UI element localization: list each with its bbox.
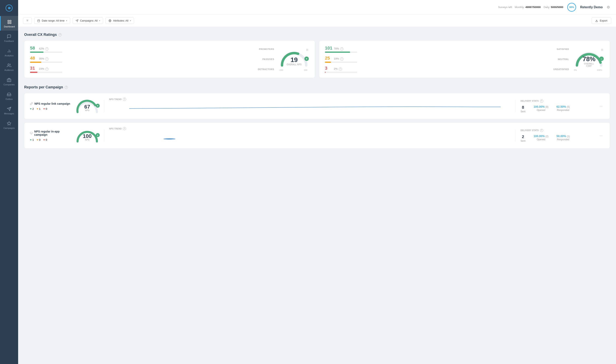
campaign-votes-2: ♥ 1 ♥ 0 ♥ 0 [30, 138, 70, 141]
campaigns-filter[interactable]: Campaigns: All ▾ [72, 17, 103, 24]
heart-orange-icon: ♥ [37, 107, 38, 110]
reports-help-icon[interactable]: ? [65, 86, 68, 89]
unsatisfied-help[interactable]: ? [339, 67, 342, 71]
opened-stat-1: 100.00% (8) Opened [534, 105, 549, 113]
campaign-gauge-2: ♥ 100 NPS [75, 127, 99, 144]
trend-help-1[interactable]: ? [123, 98, 126, 101]
unsatisfied-pct: 2% [334, 67, 338, 70]
sent-label-2: Sent [521, 140, 525, 142]
campaign-card-1: NPS regular link campaign ♥ 2 ♥ 1 ♥ 0 [24, 93, 610, 119]
campaign-votes-1: ♥ 2 ♥ 1 ♥ 0 [30, 107, 70, 110]
date-range-filter[interactable]: Date range: All time ▾ [34, 17, 70, 24]
csat-gauge-center: 78% OVERALL CSAT [582, 56, 597, 67]
trend-label-1: NPS TREND ? [109, 98, 511, 101]
heart-red-icon: ♥ [43, 107, 45, 110]
sent-stat-2: 2 Sent [521, 134, 525, 142]
passives-num: 48 [30, 56, 38, 61]
passives-label: PASSIVES [262, 58, 274, 60]
satisfied-help[interactable]: ? [340, 47, 343, 51]
cx-help-icon[interactable]: ? [58, 33, 62, 37]
delivery-help-2[interactable]: ? [540, 129, 543, 132]
delivery-stats-row-2: 2 Sent 100.00% (2) Opened 50.00% (1) [521, 134, 593, 142]
export-button[interactable]: Export [591, 17, 611, 24]
responded-pct-1: 62.50% (5) [557, 105, 570, 108]
link-icon [30, 102, 33, 105]
surveys-left: Surveys left: Monthly: 49997/50000 Daily… [498, 6, 563, 9]
delivery-stats-2: DELIVERY STATS ? 2 Sent 100.00% (2) Open… [521, 129, 593, 142]
responded-stat-1: 62.50% (5) Responded [557, 105, 570, 113]
csat-card: 101 78% ? SATISFIED 25 19% [319, 40, 610, 78]
user-name: Retently Demo [580, 5, 603, 9]
csat-stats: 101 78% ? SATISFIED 25 19% [325, 46, 569, 73]
mini-heart-icon-1: ♥ [96, 104, 100, 108]
unsatisfied-num: 3 [325, 66, 333, 71]
opened-stat-2: 100.00% (2) Opened [534, 134, 549, 142]
mini-heart-icon-2: ♥ [96, 133, 100, 137]
settings-button[interactable]: ⚙ [607, 5, 610, 10]
sent-num-1: 8 [521, 105, 525, 110]
csat-gauge-range: 0% 100% [574, 69, 602, 71]
vote-green-1: ♥ 2 [30, 107, 34, 110]
header: Surveys left: Monthly: 49997/50000 Daily… [18, 0, 616, 14]
main-area: Surveys left: Monthly: 49997/50000 Daily… [18, 0, 616, 364]
sidebar-item-audience[interactable]: Audience [0, 60, 18, 74]
promoters-num: 58 [30, 46, 38, 51]
filter-button[interactable] [23, 17, 32, 24]
divider-2b [515, 130, 516, 142]
nps-trend-1: NPS TREND ? [109, 98, 511, 115]
sidebar-item-companies[interactable]: Companies [0, 74, 18, 89]
nps-card: 58 42% ? PROMOTERS 48 35% [24, 40, 315, 78]
csat-gauge-sub: OVERALL CSAT [582, 63, 597, 67]
promoters-help[interactable]: ? [45, 47, 49, 51]
svg-rect-17 [38, 20, 40, 22]
divider-2 [104, 130, 104, 142]
sidebar-item-messages[interactable]: Messages [0, 103, 18, 117]
campaign-name-1: NPS regular link campaign [30, 102, 70, 105]
vote-orange-1: ♥ 1 [37, 107, 40, 110]
sent-label-1: Sent [521, 110, 525, 113]
progress-circle: 90% [567, 3, 576, 12]
satisfied-row: 101 78% ? SATISFIED [325, 46, 569, 53]
delivery-stats-row-1: 8 Sent 100.00% (8) Opened 62.50% (5) [521, 105, 593, 113]
svg-rect-3 [10, 20, 11, 22]
logo[interactable] [0, 0, 18, 16]
sidebar-item-analytics[interactable]: Analytics [0, 45, 18, 60]
responded-stat-2: 50.00% (1) Responded [557, 134, 570, 142]
trend-chart-1 [109, 103, 511, 115]
vote-red-1: ♥ 0 [43, 107, 47, 110]
unsatisfied-row: 3 2% ? UNSATISFIED [325, 66, 569, 73]
detractors-help[interactable]: ? [45, 67, 49, 71]
satisfied-pct: 78% [334, 47, 339, 50]
svg-marker-13 [7, 122, 11, 125]
svg-rect-10 [7, 79, 11, 82]
nps-heart-icon: ♥ [304, 57, 309, 61]
sidebar-item-dashboard[interactable]: Dashboard [0, 16, 18, 31]
grid-icon[interactable]: ⊞ [306, 48, 308, 51]
divider-1 [104, 100, 104, 112]
nps-gauge-center: 19 OVERALL NPS [287, 57, 302, 66]
sidebar-item-feedback[interactable]: Feedback [0, 31, 18, 45]
delivery-help-1[interactable]: ? [540, 99, 543, 103]
passives-help[interactable]: ? [45, 57, 49, 61]
send-icon [76, 19, 78, 22]
csat-gauge-num: 78% [582, 56, 597, 62]
grid-icon-csat[interactable]: ⊞ [601, 48, 603, 51]
more-button-2[interactable]: ··· [598, 132, 604, 139]
satisfied-num: 101 [325, 46, 333, 51]
campaign-info-1: NPS regular link campaign ♥ 2 ♥ 1 ♥ 0 [30, 102, 70, 110]
content-area: Overall CX Ratings ? 58 42% ? [18, 27, 616, 364]
campaign-gauge-1: ♥ 67 NPS [75, 98, 99, 115]
neutral-pct: 19% [334, 57, 339, 60]
attributes-filter[interactable]: Attributes: All ▾ [106, 17, 134, 24]
csat-smiley-icon: ☺ [599, 57, 604, 61]
sidebar-item-campaigns[interactable]: Campaigns [0, 117, 18, 132]
neutral-label: NEUTRAL [558, 58, 569, 60]
vote-orange-2: ♥ 0 [37, 138, 40, 141]
more-button-1[interactable]: ··· [598, 103, 604, 110]
svg-point-9 [8, 64, 9, 65]
delivery-stats-1: DELIVERY STATS ? 8 Sent 100.00% (8) Open… [521, 99, 593, 113]
trend-help-2[interactable]: ? [123, 127, 126, 130]
opened-label-2: Opened [534, 138, 549, 141]
sidebar-item-outbox[interactable]: Outbox [0, 89, 18, 103]
neutral-help[interactable]: ? [340, 57, 343, 61]
